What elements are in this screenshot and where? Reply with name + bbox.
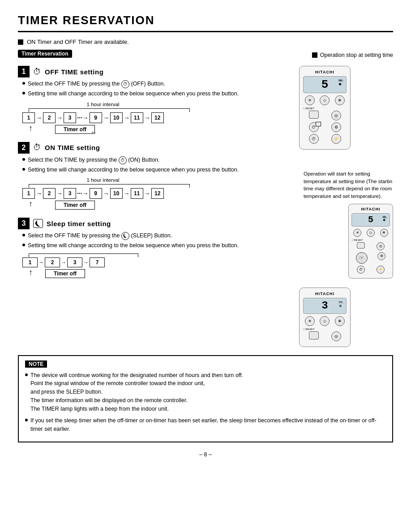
snow-icon3: ❄ [339,304,342,308]
step2-block: 2 ⏱ ON TIME setting Select the ON TIME b… [18,142,290,210]
intro-text: ON Timer and OFF Timer are available. [27,39,129,45]
remote1-timer-btn: ⏱ ☞ [309,122,319,132]
remote3-wrapper: HITACHI 3 Hr. ❄ ☀ ◇ ❄ ○ RESET ◎ [299,287,393,347]
seq-arrow: → [56,190,63,197]
remote3-reset-label: ○ RESET [303,328,347,330]
seq-box: 9 [90,112,102,123]
remote1: HITACHI 5 Hr. ❄ ☀ ◇ ❄ ○ RESET ◎ [299,66,351,150]
remote3-snow-btn: ❄ [335,316,345,326]
note-section: NOTE The device will continue working fo… [18,355,393,442]
step1-diagram: 1 hour interval 1 → 2 → 3 ···→ 9 → 10 → … [22,102,290,134]
arrow-left-icon: ← [90,129,97,136]
step1-bullet1: Select the OFF TIME by pressing the ⏱ (O… [28,80,165,88]
seq-box: 10 [110,188,123,199]
remote1-num: 5 [321,78,329,91]
seq-box: 12 [151,112,164,123]
snow-icon: ❄ [338,82,342,86]
arrow-up-icon: ↑ [29,124,33,132]
seq-box: 11 [131,188,143,199]
bracket-top2 [29,184,190,188]
remote2-reset-label: ○ RESET [351,239,390,241]
remote2-display: 5 Hr. ❄ [351,213,390,227]
remote1-circle-btn: ◎ [331,111,341,120]
step2-num: 2 [18,142,30,154]
seq-arrow-sm: → [61,259,66,266]
step1-block: 1 ⏱ OFF TIME setting Select the OFF TIME… [18,66,290,134]
step2-interval: 1 hour interval [22,177,184,183]
remote3-circle-btn: ◎ [331,331,341,341]
step1-bullet2: Setting time will change according to th… [28,90,239,98]
seq-arrow-sm: → [83,259,89,266]
page-number: – 8 – [18,451,393,458]
remote2-drop-btn: ◇ [367,229,375,237]
seq-arrow: → [56,114,63,121]
seq-arrow: → [103,114,109,121]
arrow-up-icon2: ↑ [29,200,33,208]
hand-cursor: ☞ [316,122,321,126]
step2-timer-off: Timer off [55,201,95,210]
step1-icon: ⏱ [33,67,41,77]
bracket-top [29,108,190,112]
op-stop-label: Operation stop at setting time [312,52,393,58]
seq-box: 1 [22,112,35,123]
seq-box-sm: 7 [90,257,105,267]
remote3-btn-row2: ◎ [303,331,347,341]
bullet-dot [22,92,25,94]
timer-reservation-badge: Timer Reservation [18,50,72,58]
seq-box-sm: 1 [22,257,38,267]
remote2-btn-row3: ☞ ⚙ [351,252,390,264]
seq-arrow: → [144,190,150,197]
remote3: HITACHI 3 Hr. ❄ ☀ ◇ ❄ ○ RESET ◎ [299,287,351,347]
remote1-sun-btn: ☀ [305,95,315,105]
seq-box: 11 [131,112,143,123]
step3-block: 3 ⏾ Sleep timer setting Select the OFF T… [18,218,290,278]
seq-dots: ···→ [77,114,89,121]
remote1-display: 5 Hr. ❄ [303,76,347,93]
step1-timer-off: Timer off [55,125,95,134]
black-square-icon [18,39,23,45]
bullet-dot [22,244,25,246]
remote2-sub: Hr. ❄ [383,215,387,222]
bullet-dot [25,419,28,421]
arrow-up-icon3: ↑ [29,268,33,276]
step3-diagram: 1 → 2 → 3 → 7 ↑ Timer off [22,253,290,278]
remote2-hand-btn: ☞ [356,252,368,264]
remote2-snow-btn: ❄ [380,229,388,237]
seq-box-sm: 2 [45,257,60,267]
remote3-brand: HITACHI [303,292,347,296]
seq-box: 9 [90,188,102,199]
step3-bullet1: Select the OFF TIME by pressing the ⏾ (S… [28,232,172,240]
step3-bullets: Select the OFF TIME by pressing the ⏾ (S… [22,232,290,250]
remote1-sub: Hr. ❄ [338,78,343,86]
seq-arrow: → [124,190,130,197]
seq-arrow: → [36,114,42,121]
note-item1-text: The device will continue working for the… [30,371,243,413]
bullet-dot [22,158,25,161]
step3-icon: ⏾ [33,219,43,228]
step2-bullets: Select the ON TIME by pressing the ⏱ (ON… [22,156,290,174]
remote2-num: 5 [368,215,373,225]
remote1-power-btn: ⚡ [331,134,341,144]
remote2-brand: HITACHI [351,207,390,211]
remote1-rect1 [309,111,319,119]
remote3-num: 3 [321,300,328,312]
intro-line: ON Timer and OFF Timer are available. [18,39,393,45]
remote1-fan-btn: ⚙ [331,122,341,132]
remote2-circle-btn: ◎ [377,242,385,250]
remote3-sub: Hr. ❄ [339,300,343,308]
remote1-reset-label: ○ RESET [303,107,347,110]
remote2-fan-btn: ⚙ [377,252,385,260]
remote2-btn-row4: ⏱ ⚡ [351,266,390,274]
sleep-icon: ⏾ [121,232,129,240]
remote1-btn-row2: ◎ [303,111,347,120]
bullet-dot [25,373,28,376]
bullet-dot [22,168,25,171]
step1-num: 1 [18,66,30,77]
black-square-icon2 [312,52,317,58]
step2-heading: ON TIME setting [45,144,100,151]
step1-sequence: 1 → 2 → 3 ···→ 9 → 10 → 11 → 12 [22,112,290,123]
step3-timer-off: Timer off [45,269,85,278]
step3-num: 3 [18,218,30,229]
step3-bullet2: Setting time will change according to th… [28,242,239,250]
remote2-sun-btn: ☀ [353,229,361,237]
